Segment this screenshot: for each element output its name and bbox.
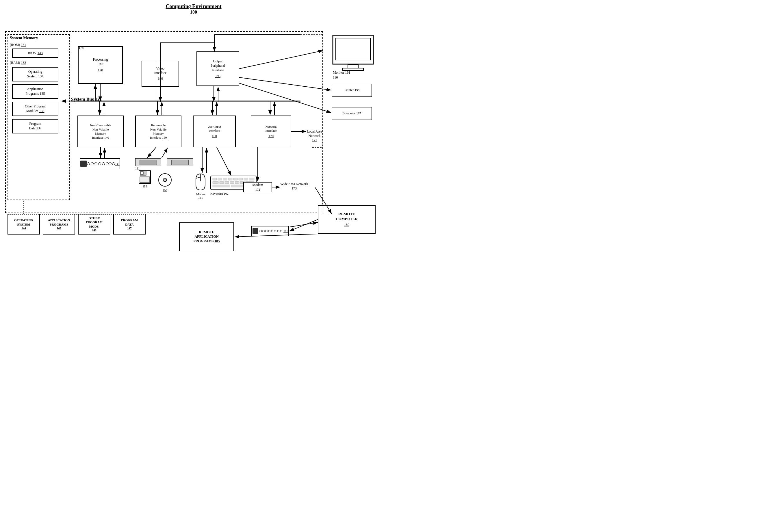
floppy-icon bbox=[139, 160, 157, 165]
output-peripheral-label: OutputPeripheralInterface bbox=[211, 59, 225, 73]
app-programs-box: ApplicationPrograms 135 bbox=[12, 84, 58, 99]
os-bottom-num: 144 bbox=[22, 226, 26, 230]
svg-rect-10 bbox=[218, 178, 222, 180]
speakers-box: Speakers 197 bbox=[332, 107, 372, 120]
svg-rect-3 bbox=[140, 177, 150, 183]
cd-icon: 156 bbox=[158, 173, 172, 191]
system-memory-outer bbox=[8, 34, 70, 200]
os-box: OperatingSystem 134 bbox=[12, 67, 58, 81]
video-interface-label: VideoInterface bbox=[154, 66, 167, 75]
hdd-small-circles bbox=[109, 162, 115, 165]
monitor-110: 110 bbox=[332, 75, 374, 80]
hdd-circles bbox=[87, 162, 109, 165]
svg-rect-20 bbox=[230, 181, 234, 184]
modem-label: Modem bbox=[252, 183, 263, 187]
lan-label: Local AreaNetwork171 bbox=[307, 129, 322, 142]
svg-rect-16 bbox=[249, 178, 254, 180]
remote-hdd-circles bbox=[259, 230, 276, 232]
floppy-num: 151 bbox=[135, 167, 139, 170]
user-input-box: User InputInterface 160 bbox=[193, 116, 236, 147]
bios-box: BIOS 133 bbox=[12, 49, 58, 58]
printer-box: Printer 196 bbox=[332, 84, 372, 97]
other-bottom-num: 146 bbox=[92, 228, 96, 232]
prog-data-box: ProgramData 137 bbox=[12, 119, 58, 133]
svg-rect-13 bbox=[233, 178, 237, 180]
network-interface-num: 170 bbox=[268, 134, 273, 139]
app-bottom-num: 145 bbox=[57, 226, 61, 230]
non-removable-label: Non-RemovableNon-VolatileMemoryInterface… bbox=[90, 123, 111, 139]
rom-num: 131 bbox=[21, 43, 26, 47]
title-main: Computing Environment bbox=[165, 3, 221, 10]
wan-label: Wide Area Network173 bbox=[280, 182, 308, 191]
mouse-num: 161 bbox=[194, 196, 207, 199]
os-bottom-box: OPERATINGSYSTEM 144 bbox=[8, 214, 40, 235]
hdd-num: 141 bbox=[115, 162, 120, 165]
cd-drive-icon bbox=[171, 160, 189, 165]
svg-line-66 bbox=[289, 220, 318, 231]
floppy-disk-icon: 155 bbox=[139, 170, 151, 188]
remote-computer-box: REMOTECOMPUTER 180 bbox=[318, 205, 375, 234]
title-block: Computing Environment 100 bbox=[165, 3, 221, 15]
processing-unit-label: ProcessingUnit bbox=[93, 57, 108, 66]
modem-box: Modem 172 bbox=[243, 182, 272, 192]
network-interface-box: NetworkInterface 170 bbox=[251, 116, 291, 147]
svg-rect-12 bbox=[228, 178, 232, 180]
svg-rect-29 bbox=[343, 68, 363, 70]
processing-unit-num: 120 bbox=[98, 68, 103, 73]
svg-rect-27 bbox=[336, 38, 370, 60]
svg-point-6 bbox=[164, 179, 165, 181]
printer-label: Printer 196 bbox=[344, 88, 359, 93]
svg-rect-14 bbox=[239, 178, 243, 180]
ram-num: 132 bbox=[21, 61, 26, 65]
remote-hdd-num: 181 bbox=[283, 230, 288, 233]
system-bus-label: System Bus 121 bbox=[71, 97, 102, 102]
hdd-box: 141 bbox=[80, 158, 120, 169]
floppy-box bbox=[135, 158, 161, 166]
svg-rect-2 bbox=[141, 172, 143, 174]
data-bottom-num: 147 bbox=[127, 226, 132, 230]
processing-unit-box: ProcessingUnit 120 bbox=[78, 46, 123, 84]
data-bottom-label: PROGRAMDATA bbox=[121, 218, 138, 226]
app-bottom-box: APPLICATIONPROGRAMS 145 bbox=[43, 214, 75, 235]
svg-line-67 bbox=[289, 222, 318, 227]
remote-hdd-icon bbox=[252, 228, 258, 234]
user-input-label: User InputInterface bbox=[208, 124, 221, 133]
svg-rect-19 bbox=[225, 181, 229, 184]
monitor-area: Monitor 191 110 bbox=[332, 34, 374, 80]
system-memory-label: System Memory bbox=[8, 35, 69, 42]
modem-num: 172 bbox=[255, 187, 260, 191]
output-peripheral-box: OutputPeripheralInterface 195 bbox=[196, 51, 239, 86]
remote-computer-label: REMOTECOMPUTER bbox=[336, 212, 358, 222]
floppy-disk-num: 155 bbox=[139, 185, 151, 188]
other-bottom-label: OTHERPROGRAMMODS. bbox=[86, 216, 103, 228]
remote-computer-num: 180 bbox=[344, 223, 349, 227]
remote-hdd-box: 181 bbox=[251, 226, 289, 236]
rom-label: (ROM) 131 bbox=[10, 43, 26, 47]
svg-rect-21 bbox=[235, 181, 239, 184]
prog-data-label: ProgramData 137 bbox=[29, 122, 42, 131]
cd-drive-box bbox=[167, 158, 193, 166]
svg-rect-17 bbox=[213, 181, 218, 184]
removable-box: RemovableNon-VolatileMemoryInterface 150 bbox=[135, 116, 181, 147]
label-130: 130 bbox=[79, 46, 84, 50]
os-bottom-label: OPERATINGSYSTEM bbox=[14, 218, 33, 226]
other-prog-label: Other ProgramModules 136 bbox=[25, 104, 46, 113]
remote-app-box: REMOTEAPPLICATIONPROGRAMS 185 bbox=[179, 222, 234, 251]
other-bottom-box: OTHERPROGRAMMODS. 146 bbox=[78, 214, 110, 235]
hdd-icon bbox=[80, 161, 87, 167]
app-bottom-label: APPLICATIONPROGRAMS bbox=[48, 218, 70, 226]
ram-label: (RAM) 132 bbox=[10, 61, 26, 65]
system-memory-title: System Memory bbox=[8, 35, 69, 42]
svg-rect-24 bbox=[213, 185, 230, 187]
cd-num: 156 bbox=[158, 188, 172, 191]
video-interface-box: VideoInterface 190 bbox=[142, 61, 179, 87]
output-peripheral-num: 195 bbox=[215, 74, 220, 79]
video-interface-num: 190 bbox=[158, 77, 163, 81]
remote-app-label: REMOTEAPPLICATIONPROGRAMS 185 bbox=[193, 230, 220, 244]
speakers-label: Speakers 197 bbox=[343, 111, 361, 116]
other-prog-box: Other ProgramModules 136 bbox=[12, 102, 58, 116]
svg-rect-18 bbox=[219, 181, 224, 184]
data-bottom-box: PROGRAMDATA 147 bbox=[113, 214, 146, 235]
title-sub: 100 bbox=[165, 10, 221, 15]
app-programs-label: ApplicationPrograms 135 bbox=[26, 87, 45, 96]
